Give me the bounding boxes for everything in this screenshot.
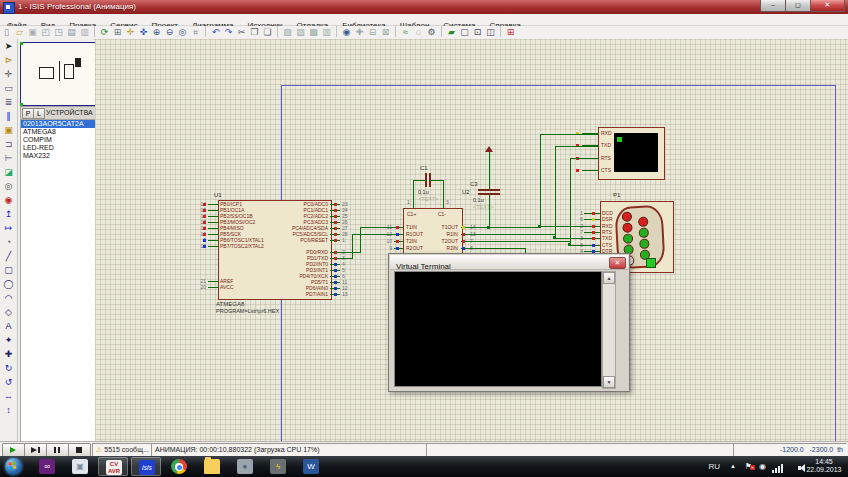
wire-segment [413, 180, 426, 181]
stop-button[interactable] [68, 443, 91, 457]
pin-state-indicator [203, 215, 206, 218]
taskbar-utility[interactable]: ● [230, 457, 260, 476]
pin-name: T1OUT [416, 225, 458, 230]
tray-time: 14:45 [802, 458, 846, 466]
power-tray-icon[interactable]: ◉ [759, 460, 766, 473]
u2-cap-left-label: C1+ [407, 212, 416, 217]
pin-wire [208, 287, 218, 288]
play-button[interactable] [2, 443, 25, 457]
tray-clock[interactable]: 14:45 22.09.2013 [802, 458, 846, 474]
taskbar-visual-studio[interactable]: ∞ [32, 457, 62, 476]
pin-state-indicator [396, 240, 399, 243]
pin-state-indicator [203, 239, 206, 242]
start-button[interactable] [5, 458, 22, 475]
wire-segment [340, 252, 360, 253]
pin-state-indicator [462, 226, 465, 229]
wire-junction [538, 225, 541, 228]
pin-state-indicator [592, 225, 595, 228]
windows-taskbar: RU ▲ ⚑✕ ◉ 14:45 22.09.2013 ∞▣CVAVRisis●ϟ… [0, 456, 848, 477]
pin-state-indicator [462, 240, 465, 243]
action-center-flag-icon[interactable]: ⚑✕ [745, 460, 752, 473]
status-bar: ⚠ 5515 сообщ... АНИМАЦИЯ: 00:00:10.88032… [0, 441, 848, 457]
pin-state-indicator [334, 233, 337, 236]
c3-capacitor[interactable] [478, 189, 500, 191]
hidden-icons-chevron[interactable]: ▲ [730, 460, 736, 473]
pin-number: 9 [382, 246, 392, 251]
pin-number: 10 [382, 239, 392, 244]
pin-name: DSR [602, 217, 613, 222]
wire-segment [431, 180, 443, 181]
pin-state-indicator [203, 245, 206, 248]
taskbar-3d-app[interactable]: ▣ [65, 457, 95, 476]
virtual-terminal-title: Virtual Terminal [390, 262, 451, 271]
taskbar-isis[interactable]: isis [131, 457, 161, 476]
message-count-text: 5515 сообщ... [104, 446, 149, 453]
pin-state-indicator [334, 227, 337, 230]
network-signal-icon[interactable] [772, 463, 784, 473]
message-counter[interactable]: ⚠ 5515 сообщ... [92, 443, 156, 457]
chrome-dot [177, 465, 182, 470]
pin-state-indicator [396, 226, 399, 229]
coordinate-x: -1200.0 [780, 446, 804, 453]
step-button[interactable] [24, 443, 47, 457]
pin-wire [208, 240, 218, 241]
pin-wire [208, 204, 218, 205]
tray-date: 22.09.2013 [802, 466, 846, 474]
pin-wire [208, 234, 218, 235]
pin-name: R2IN [416, 246, 458, 251]
pin-state-indicator [462, 233, 465, 236]
wire-junction [568, 243, 571, 246]
pin-name: TXD [602, 236, 612, 241]
pin-state-indicator [334, 287, 337, 290]
wire-segment [570, 245, 591, 246]
pin-state-indicator [334, 221, 337, 224]
taskbar-chrome[interactable] [164, 457, 194, 476]
pin-state-indicator [592, 218, 595, 221]
pin-state-indicator [334, 239, 337, 242]
cvavr-text: CV [106, 461, 122, 468]
pause-button[interactable] [46, 443, 69, 457]
pin-state-indicator [592, 212, 595, 215]
pin-name: PC6/RESET [266, 238, 328, 243]
wire-segment [469, 234, 555, 235]
wire-segment [469, 248, 525, 249]
pin-name: R1IN [416, 232, 458, 237]
pin-state-indicator [334, 209, 337, 212]
pin-state-indicator [334, 257, 337, 260]
wire-segment [469, 241, 570, 242]
scroll-up-icon[interactable]: ▲ [603, 272, 615, 284]
schematic-layer: U1 ATMEGA8 PROGRAM=Lstr\pr6.HEX U2 C1+ C… [0, 0, 848, 477]
pin-wire [582, 170, 598, 171]
terminal-screen[interactable] [394, 271, 602, 387]
wire-segment [570, 158, 571, 246]
pin-state-indicator [203, 221, 206, 224]
wire-segment [360, 227, 394, 228]
pin-wire [208, 228, 218, 229]
taskbar-codevision-avr-icon: CVAVR [106, 460, 122, 475]
virtual-terminal-window[interactable]: Virtual Terminal ✕ ▲ ▼ [388, 253, 630, 392]
status-spacer [426, 443, 738, 457]
taskbar-terminal[interactable]: ϟ [263, 457, 293, 476]
pin-name: TXD [601, 143, 611, 148]
virtual-terminal-titlebar[interactable]: Virtual Terminal ✕ [390, 255, 628, 270]
terminal-scrollbar[interactable]: ▲ ▼ [602, 271, 616, 389]
pin-state-indicator [334, 215, 337, 218]
scroll-down-icon[interactable]: ▼ [603, 376, 615, 388]
c1-text-property: <TEXT> [418, 196, 438, 202]
animation-status: АНИМАЦИЯ: 00:00:10.880322 (Загрузка CPU … [151, 443, 429, 457]
pin-name: CTS [601, 168, 611, 173]
language-indicator[interactable]: RU [708, 460, 720, 473]
taskbar-codevision-avr[interactable]: CVAVR [98, 457, 128, 476]
close-icon[interactable]: ✕ [609, 257, 626, 269]
cvavr-text2: AVR [106, 468, 122, 475]
pin-state-indicator [334, 269, 337, 272]
pin-state-indicator [203, 209, 206, 212]
taskbar-word[interactable]: W [296, 457, 326, 476]
pin-name: PB7/TOSC2/XTAL2 [220, 244, 264, 249]
pin-state-indicator [462, 247, 465, 250]
pin-number: 7 [574, 230, 583, 235]
taskbar-isis-icon: isis [139, 460, 155, 475]
u2-cap-right-label: C1- [438, 212, 446, 217]
pin-state-indicator [592, 231, 595, 234]
taskbar-explorer[interactable] [197, 457, 227, 476]
